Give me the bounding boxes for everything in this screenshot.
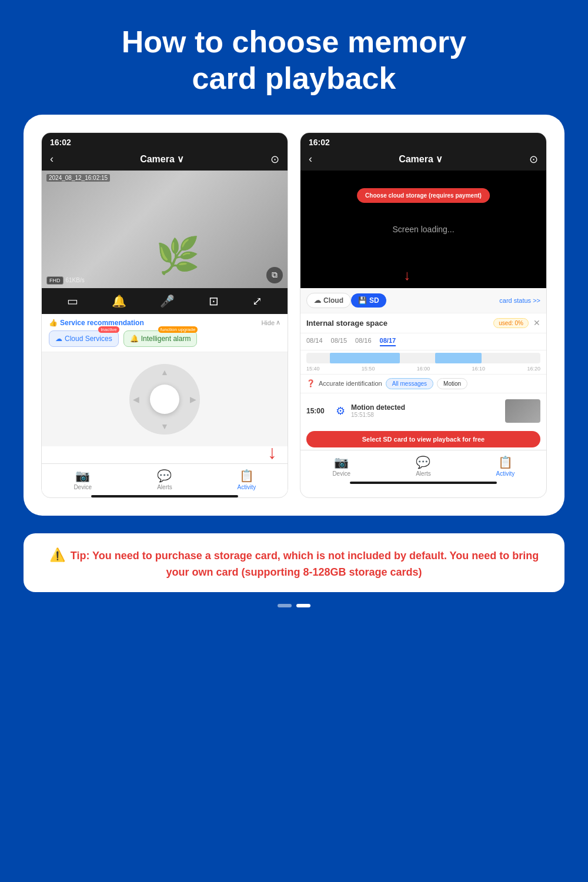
right-nav-bar: ‹ Camera ∨ ⊙ xyxy=(300,149,546,171)
card-status-btn[interactable]: card status >> xyxy=(499,297,540,304)
screen-loading: Screen loading... Choose cloud storage (… xyxy=(300,171,546,288)
left-nav-alerts[interactable]: 💬 Alerts xyxy=(123,469,205,490)
sd-tab[interactable]: 💾 SD xyxy=(351,293,386,308)
event-sub: 15:51:58 xyxy=(351,412,499,418)
timeline-bar[interactable] xyxy=(306,353,540,363)
home-indicator-right xyxy=(350,482,497,484)
cloud-tab-label: Cloud xyxy=(323,296,343,305)
event-title: Motion detected xyxy=(351,403,499,412)
date-0814[interactable]: 08/14 xyxy=(306,337,323,346)
bitrate-label: 61KB/s xyxy=(66,277,85,283)
tl-label-1: 15:50 xyxy=(362,366,375,372)
pagination xyxy=(278,604,310,607)
device-icon: 📷 xyxy=(75,469,90,483)
sd-tab-row: ☁ Cloud 💾 SD card status >> xyxy=(300,288,546,313)
tip-text: ⚠️ Tip: You need to purchase a storage c… xyxy=(41,545,547,580)
cloud-services-btn[interactable]: ☁ Cloud Services Inactive xyxy=(49,330,119,347)
tree-decoration: 🌿 xyxy=(156,235,200,276)
dpad-area: ▲ ▼ ◀ ▶ xyxy=(42,352,288,446)
tl-label-3: 16:10 xyxy=(472,366,486,372)
timeline-area: 15:40 15:50 16:00 16:10 16:20 xyxy=(300,350,546,375)
func-upgrade-badge: function upgrade xyxy=(158,326,198,333)
service-buttons-row: ☁ Cloud Services Inactive 🔔 Intelligent … xyxy=(49,330,280,347)
filter-help-icon: ❓ xyxy=(306,379,315,387)
date-0816[interactable]: 08/16 xyxy=(355,337,372,346)
dpad-right[interactable]: ▶ xyxy=(190,395,196,404)
right-activity-icon: 📋 xyxy=(498,455,513,469)
left-nav-bar: ‹ Camera ∨ ⊙ xyxy=(42,149,288,171)
alarm-icon: 🔔 xyxy=(130,335,139,343)
right-alerts-label: Alerts xyxy=(416,470,431,477)
dpad-down[interactable]: ▼ xyxy=(161,422,169,431)
mic-icon[interactable]: 🔔 xyxy=(112,294,126,308)
camera-controls: ▭ 🔔 🎤 ⊡ ⤢ xyxy=(42,288,288,314)
sd-tab-label: SD xyxy=(369,296,379,305)
dpad-center[interactable] xyxy=(150,385,179,414)
motion-event: 15:00 ⚙ Motion detected 15:51:58 xyxy=(300,393,546,429)
fullscreen-icon[interactable]: ⧉ xyxy=(266,267,283,283)
home-indicator-left xyxy=(91,495,239,497)
camera-quality-info: FHD 61KB/s xyxy=(46,276,85,285)
expand-icon[interactable]: ⤢ xyxy=(252,294,262,308)
tl-label-2: 16:00 xyxy=(417,366,430,372)
activity-icon: 📋 xyxy=(239,469,254,483)
device-label: Device xyxy=(74,484,92,490)
storage-bar: Internal storage space used: 0% ✕ xyxy=(300,313,546,333)
left-status-bar: 16:02 xyxy=(42,133,288,149)
right-phone: 16:02 ‹ Camera ∨ ⊙ Screen loading... Cho… xyxy=(300,132,547,498)
tip-icon: ⚠️ xyxy=(49,547,65,562)
close-storage-btn[interactable]: ✕ xyxy=(533,318,540,328)
sd-callout: Select SD card to view playback for free xyxy=(306,431,540,447)
left-nav-activity[interactable]: 📋 Activity xyxy=(206,469,288,490)
cloud-tab[interactable]: ☁ Cloud xyxy=(306,293,351,308)
voice-icon[interactable]: 🎤 xyxy=(160,294,175,308)
alerts-icon: 💬 xyxy=(157,469,172,483)
crop-icon[interactable]: ⊡ xyxy=(209,294,219,308)
left-phone: 16:02 ‹ Camera ∨ ⊙ 2024_08_12_16:02:15 🌿… xyxy=(41,132,288,498)
dpad-left[interactable]: ◀ xyxy=(133,395,139,404)
right-alerts-icon: 💬 xyxy=(416,455,430,469)
right-device-label: Device xyxy=(332,470,350,477)
right-nav-activity[interactable]: 📋 Activity xyxy=(465,455,546,477)
right-nav-device[interactable]: 📷 Device xyxy=(300,455,382,477)
tl-label-0: 15:40 xyxy=(306,366,320,372)
event-info: Motion detected 15:51:58 xyxy=(351,403,499,418)
pagination-dot-1[interactable] xyxy=(278,604,292,607)
date-row: 08/14 08/15 08/16 08/17 xyxy=(300,333,546,350)
left-nav-device[interactable]: 📷 Device xyxy=(42,469,123,490)
right-status-bar: 16:02 xyxy=(300,133,546,149)
sd-tab-icon: 💾 xyxy=(358,296,367,305)
date-0817[interactable]: 08/17 xyxy=(380,337,396,346)
right-nav-alerts[interactable]: 💬 Alerts xyxy=(382,455,464,477)
record-icon[interactable]: ▭ xyxy=(67,294,78,308)
tl-label-4: 16:20 xyxy=(527,366,540,372)
loading-text: Screen loading... xyxy=(392,225,454,234)
filter-all-messages[interactable]: All messages xyxy=(386,378,433,389)
filter-motion[interactable]: Motion xyxy=(437,378,467,389)
pagination-dot-2[interactable] xyxy=(296,604,310,607)
dpad: ▲ ▼ ◀ ▶ xyxy=(129,364,200,435)
fhd-badge: FHD xyxy=(46,276,64,285)
hide-button[interactable]: Hide ∧ xyxy=(261,319,280,326)
intelligent-alarm-btn[interactable]: 🔔 Intelligent alarm function upgrade xyxy=(123,330,198,347)
event-thumbnail[interactable] xyxy=(505,399,540,423)
service-recommendation: 👍 Service recommendation Hide ∧ ☁ Cloud … xyxy=(42,314,288,352)
storage-used: used: 0% xyxy=(493,318,529,328)
left-camera-feed: 2024_08_12_16:02:15 🌿 FHD 61KB/s ⧉ xyxy=(42,171,288,288)
right-device-icon: 📷 xyxy=(334,455,349,469)
dpad-up[interactable]: ▲ xyxy=(161,368,169,377)
filter-label: Accurate identification xyxy=(319,380,382,387)
settings-icon[interactable]: ⊙ xyxy=(270,153,279,166)
left-camera-title: Camera ∨ xyxy=(140,153,184,165)
right-settings-icon[interactable]: ⊙ xyxy=(529,153,538,166)
right-back-icon[interactable]: ‹ xyxy=(309,153,312,165)
filter-row: ❓ Accurate identification All messages M… xyxy=(300,375,546,393)
date-0815[interactable]: 08/15 xyxy=(331,337,348,346)
sd-panel: ☁ Cloud 💾 SD card status >> Internal sto… xyxy=(300,288,546,450)
cloud-callout: Choose cloud storage (requires payment) xyxy=(357,188,490,203)
camera-timestamp: 2024_08_12_16:02:15 xyxy=(46,174,110,182)
right-bottom-nav: 📷 Device 💬 Alerts 📋 Activity xyxy=(300,450,546,479)
back-icon[interactable]: ‹ xyxy=(50,153,54,165)
storage-title: Internal storage space xyxy=(306,319,387,328)
cloud-icon: ☁ xyxy=(55,335,62,343)
